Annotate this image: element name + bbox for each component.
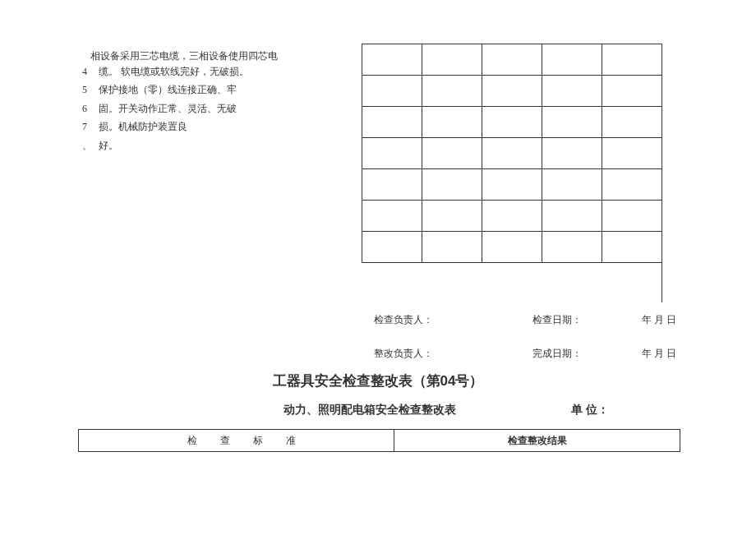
grid-cell <box>602 232 662 263</box>
grid-cell <box>422 107 482 138</box>
inspector-row: 检查负责人： 检查日期： 年 月 日 <box>374 312 676 328</box>
grid-cell <box>482 138 542 169</box>
rectifier-label: 整改负责人： <box>374 346 530 362</box>
unit-label: 单 位： <box>571 403 609 417</box>
item-number: 6 <box>82 100 99 117</box>
item-text: 损。机械防护装置良 <box>99 118 320 135</box>
grid-cell <box>482 76 542 107</box>
grid-cell <box>362 232 422 263</box>
grid-cell <box>542 138 602 169</box>
list-item: 4 缆。 软电缆或软线完好，无破损。 <box>82 63 320 80</box>
table-row <box>362 232 662 263</box>
item-text: 缆。 软电缆或软线完好，无破损。 <box>99 63 320 80</box>
header-table: 检查标准 检查整改结果 <box>78 429 680 452</box>
grid-cell <box>422 76 482 107</box>
inspector-label: 检查负责人： <box>374 312 530 328</box>
item-text: 固。开关动作正常、灵活、无破 <box>99 100 320 117</box>
table-row <box>362 169 662 201</box>
grid-cell <box>422 201 482 232</box>
item-number: 7 <box>82 118 99 135</box>
grid-cell <box>602 107 662 138</box>
table-row <box>362 201 662 232</box>
grid-cell <box>422 232 482 263</box>
item-text: 好。 <box>99 137 320 154</box>
list-item: 5 保护接地（零）线连接正确、牢 <box>82 81 320 98</box>
table-row <box>362 44 662 76</box>
table-row: 检查标准 检查整改结果 <box>79 430 680 452</box>
rectifier-row: 整改负责人： 完成日期： 年 月 日 <box>374 346 676 362</box>
form-title: 工器具安全检查整改表（第04号） <box>0 371 756 390</box>
grid-cell <box>482 107 542 138</box>
grid-cell <box>542 76 602 107</box>
form-subtitle: 动力、照明配电箱安全检查整改表 <box>284 403 456 417</box>
grid-cell <box>542 201 602 232</box>
grid-cell <box>422 138 482 169</box>
item-text: 保护接地（零）线连接正确、牢 <box>99 81 320 98</box>
col-check-result: 检查整改结果 <box>394 430 680 452</box>
item-number: 4 <box>82 63 99 80</box>
grid-cell <box>422 44 482 76</box>
grid-cell <box>542 44 602 76</box>
grid-cell <box>482 44 542 76</box>
grid-cell <box>542 169 602 201</box>
grid-cell <box>362 201 422 232</box>
table-row <box>362 138 662 169</box>
grid-cell <box>482 201 542 232</box>
grid-cell <box>422 169 482 201</box>
inspect-date-label: 检查日期： <box>532 312 639 328</box>
list-item: 6 固。开关动作正常、灵活、无破 <box>82 100 320 117</box>
grid-cell <box>602 169 662 201</box>
grid-cell <box>362 263 662 302</box>
grid-cell <box>602 138 662 169</box>
item-number: 5 <box>82 81 99 98</box>
table-row <box>362 263 662 302</box>
grid-cell <box>482 232 542 263</box>
table-row <box>362 76 662 107</box>
result-grid <box>362 44 662 302</box>
grid-cell <box>362 44 422 76</box>
grid-cell <box>542 107 602 138</box>
item-number: 、 <box>82 137 99 154</box>
list-item: 、 好。 <box>82 137 320 154</box>
table-row <box>362 107 662 138</box>
date-format: 年 月 日 <box>642 312 676 328</box>
date-format: 年 月 日 <box>642 346 676 362</box>
grid-cell <box>362 138 422 169</box>
grid-cell <box>542 232 602 263</box>
grid-cell <box>362 107 422 138</box>
grid-cell <box>482 169 542 201</box>
checklist-items: 4 缆。 软电缆或软线完好，无破损。 5 保护接地（零）线连接正确、牢 6 固。… <box>82 45 320 155</box>
grid-cell <box>362 76 422 107</box>
grid-cell <box>362 169 422 201</box>
signature-block: 检查负责人： 检查日期： 年 月 日 整改负责人： 完成日期： 年 月 日 <box>374 312 676 380</box>
grid-cell <box>602 201 662 232</box>
grid-cell <box>602 44 662 76</box>
grid-cell <box>602 76 662 107</box>
list-item: 7 损。机械防护装置良 <box>82 118 320 135</box>
complete-date-label: 完成日期： <box>532 346 639 362</box>
col-check-standard: 检查标准 <box>79 430 394 452</box>
